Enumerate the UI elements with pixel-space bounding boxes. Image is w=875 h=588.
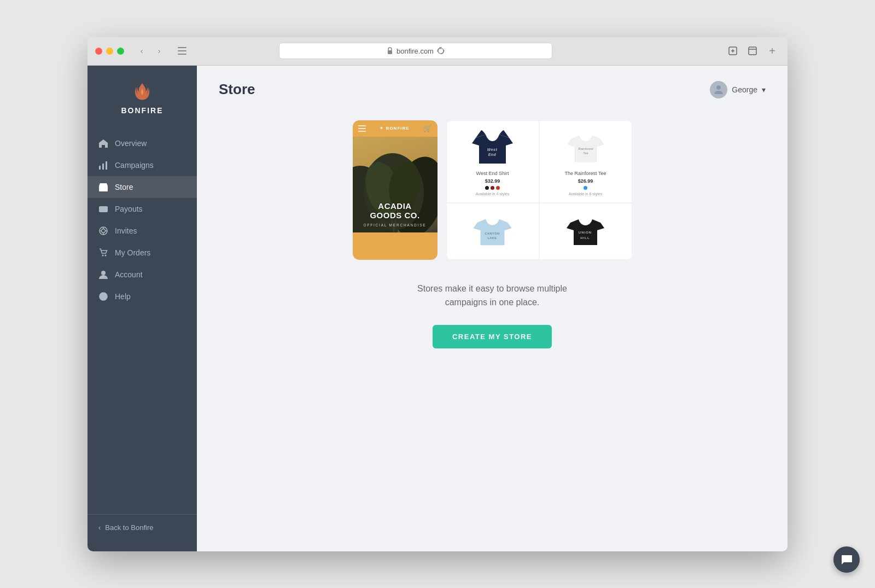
svg-text:LAKE: LAKE: [488, 236, 497, 240]
svg-rect-3: [388, 50, 392, 54]
product-name-2: The Rainforest Tee: [565, 171, 606, 176]
cta-text: Stores make it easy to browse multiple c…: [417, 282, 567, 310]
svg-text:Rainforest: Rainforest: [578, 147, 593, 150]
svg-text:Tee: Tee: [583, 152, 588, 155]
main-header: Store George ▾: [197, 66, 788, 109]
help-icon: [98, 292, 108, 301]
nav-label-help: Help: [115, 292, 131, 301]
product-image-3: CANYON LAKE: [468, 211, 517, 252]
product-price-2: $26.99: [578, 178, 593, 184]
sidebar-item-invites[interactable]: Invites: [88, 220, 197, 242]
svg-rect-0: [178, 47, 186, 48]
main-content: Store George ▾: [197, 66, 788, 551]
browser-dots: [95, 48, 124, 55]
back-to-bonfire-link[interactable]: ‹ Back to Bonfire: [98, 523, 186, 532]
toolbar-buttons: +: [725, 43, 780, 59]
product-colors-1: [485, 186, 500, 190]
product-cell-4: UNION HILL: [539, 203, 632, 260]
svg-rect-2: [178, 54, 186, 55]
sidebar-item-payouts[interactable]: Payouts: [88, 198, 197, 220]
product-colors-2: [584, 186, 587, 190]
svg-rect-10: [106, 161, 107, 170]
sidebar: BONFIRE Overview: [88, 66, 197, 551]
avatar: [710, 81, 727, 98]
sidebar-item-store[interactable]: Store: [88, 176, 197, 198]
tab-button[interactable]: [745, 43, 760, 59]
page-title: Store: [219, 81, 255, 98]
tshirt-black-img: UNION HILL: [565, 214, 606, 249]
desktop-store-card: West End West End Shirt $32.99: [446, 120, 632, 260]
user-menu[interactable]: George ▾: [710, 81, 766, 98]
product-image-1: West End: [468, 127, 517, 168]
browser-nav-buttons: ‹ ›: [134, 44, 167, 57]
close-dot[interactable]: [95, 48, 102, 55]
sidebar-item-my-orders[interactable]: My Orders: [88, 242, 197, 264]
sidebar-item-campaigns[interactable]: Campaigns: [88, 154, 197, 176]
back-button[interactable]: ‹: [134, 44, 149, 57]
product-cell-2: Rainforest Tee The Rainforest Tee $26.99…: [539, 120, 632, 203]
new-tab-button[interactable]: +: [765, 43, 780, 59]
logo-text: BONFIRE: [121, 106, 164, 115]
address-bar[interactable]: bonfire.com: [279, 43, 552, 59]
svg-rect-9: [102, 164, 104, 170]
user-name: George: [732, 85, 757, 94]
back-chevron-icon: ‹: [98, 523, 101, 532]
store-name-text: ACADIAGOODS CO.: [358, 201, 432, 220]
svg-point-23: [105, 254, 107, 256]
product-variants-2: Available in 6 styles: [569, 192, 602, 196]
nav-label-my-orders: My Orders: [115, 248, 150, 257]
dropdown-chevron-icon: ▾: [762, 85, 766, 94]
maximize-dot[interactable]: [117, 48, 124, 55]
sidebar-toggle-button[interactable]: [174, 44, 190, 57]
svg-rect-14: [99, 208, 108, 209]
svg-point-22: [102, 254, 104, 256]
svg-text:End: End: [488, 153, 497, 156]
refresh-icon[interactable]: [437, 47, 445, 55]
sidebar-item-overview[interactable]: Overview: [88, 132, 197, 154]
svg-text:West: West: [487, 148, 498, 152]
tshirt-white-img: Rainforest Tee: [566, 130, 605, 166]
nav-label-campaigns: Campaigns: [115, 161, 154, 170]
create-store-button[interactable]: CREATE MY STORE: [433, 325, 552, 348]
sidebar-nav: Overview Campaigns: [88, 128, 197, 514]
cart-icon: 🛒: [423, 125, 431, 132]
store-preview: ✦ BONFIRE 🛒: [353, 120, 632, 260]
chat-bubble-button[interactable]: [833, 546, 860, 573]
store-subtitle-text: OFFICIAL MERCHANDISE: [358, 223, 432, 227]
product-price-1: $32.99: [485, 178, 500, 184]
nav-label-overview: Overview: [115, 139, 147, 148]
product-name-1: West End Shirt: [476, 171, 509, 176]
product-cell-3: CANYON LAKE: [446, 203, 539, 260]
nav-label-store: Store: [115, 183, 133, 191]
svg-text:HILL: HILL: [580, 236, 590, 240]
svg-rect-7: [749, 47, 756, 55]
svg-rect-1: [178, 50, 186, 51]
svg-rect-12: [102, 188, 105, 191]
cta-text-line1: Stores make it easy to browse multiple: [417, 284, 567, 293]
svg-text:UNION: UNION: [579, 231, 592, 234]
svg-point-27: [716, 85, 721, 90]
tshirt-lightblue-img: CANYON LAKE: [472, 214, 513, 249]
sidebar-bottom: ‹ Back to Bonfire: [88, 514, 197, 540]
mobile-store-card: ✦ BONFIRE 🛒: [353, 120, 438, 260]
app-layout: BONFIRE Overview: [88, 66, 788, 551]
lock-icon: [387, 47, 393, 55]
sidebar-logo: BONFIRE: [88, 66, 197, 128]
sidebar-item-account[interactable]: Account: [88, 264, 197, 286]
mobile-brand-name: ✦ BONFIRE: [380, 126, 409, 131]
cta-text-line2: campaigns in one place.: [445, 298, 540, 307]
minimize-dot[interactable]: [106, 48, 113, 55]
sidebar-item-help[interactable]: Help: [88, 286, 197, 307]
browser-window: ‹ › bonfire.com: [88, 37, 788, 551]
orders-icon: [98, 248, 108, 258]
bonfire-logo-icon: [131, 81, 153, 103]
chart-icon: [98, 160, 108, 170]
forward-button[interactable]: ›: [151, 44, 167, 57]
invites-icon: [98, 226, 108, 236]
svg-rect-8: [99, 166, 101, 170]
store-content: ✦ BONFIRE 🛒: [197, 109, 788, 551]
nav-label-payouts: Payouts: [115, 205, 143, 213]
share-button[interactable]: [725, 43, 740, 59]
store-icon: [98, 182, 108, 192]
sweatshirt-navy-img: West End: [469, 128, 516, 167]
